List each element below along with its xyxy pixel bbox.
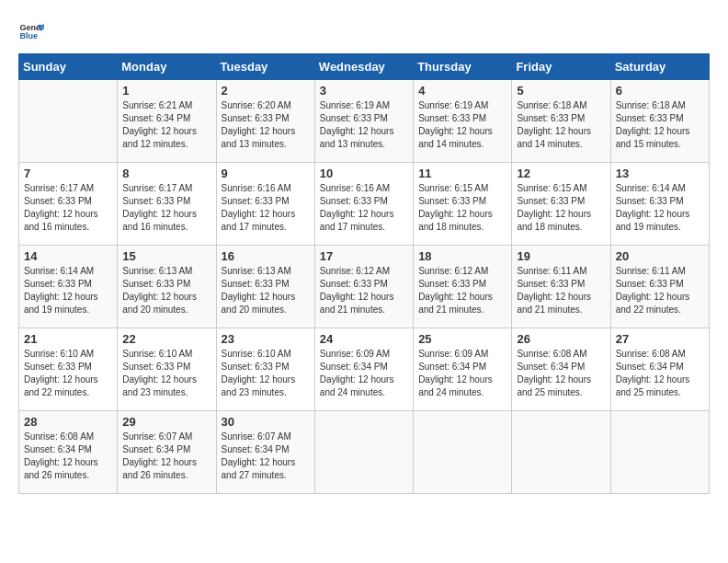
calendar-body: 1Sunrise: 6:21 AM Sunset: 6:34 PM Daylig… — [19, 80, 710, 494]
day-info: Sunrise: 6:10 AM Sunset: 6:33 PM Dayligh… — [122, 349, 197, 397]
day-info: Sunrise: 6:17 AM Sunset: 6:33 PM Dayligh… — [122, 183, 197, 232]
calendar-cell: 15Sunrise: 6:13 AM Sunset: 6:33 PM Dayli… — [118, 246, 216, 328]
day-number: 5 — [517, 84, 605, 98]
day-info: Sunrise: 6:18 AM Sunset: 6:33 PM Dayligh… — [616, 100, 690, 149]
day-info: Sunrise: 6:13 AM Sunset: 6:33 PM Dayligh… — [122, 266, 197, 315]
calendar-cell: 5Sunrise: 6:18 AM Sunset: 6:33 PM Daylig… — [512, 80, 610, 163]
day-number: 28 — [24, 415, 112, 429]
day-number: 6 — [616, 84, 704, 98]
day-number: 15 — [122, 249, 210, 263]
calendar-cell: 17Sunrise: 6:12 AM Sunset: 6:33 PM Dayli… — [314, 246, 413, 328]
logo: General Blue — [18, 18, 46, 44]
day-info: Sunrise: 6:14 AM Sunset: 6:33 PM Dayligh… — [616, 183, 690, 232]
day-number: 23 — [222, 332, 310, 346]
day-number: 13 — [616, 167, 704, 180]
day-number: 22 — [122, 332, 210, 346]
day-number: 29 — [122, 415, 210, 429]
calendar-cell: 14Sunrise: 6:14 AM Sunset: 6:33 PM Dayli… — [19, 246, 118, 328]
header-cell-friday: Friday — [512, 54, 610, 80]
header-cell-sunday: Sunday — [19, 54, 118, 80]
calendar-cell: 9Sunrise: 6:16 AM Sunset: 6:33 PM Daylig… — [216, 163, 314, 246]
calendar-cell: 24Sunrise: 6:09 AM Sunset: 6:34 PM Dayli… — [314, 328, 413, 411]
calendar-table: SundayMondayTuesdayWednesdayThursdayFrid… — [18, 53, 710, 494]
svg-text:Blue: Blue — [19, 31, 38, 40]
day-info: Sunrise: 6:11 AM Sunset: 6:33 PM Dayligh… — [616, 266, 690, 315]
day-number: 9 — [222, 167, 310, 180]
header-cell-saturday: Saturday — [610, 54, 709, 80]
day-number: 2 — [222, 84, 310, 98]
logo-icon: General Blue — [18, 18, 44, 44]
day-info: Sunrise: 6:14 AM Sunset: 6:33 PM Dayligh… — [24, 266, 98, 315]
calendar-cell: 3Sunrise: 6:19 AM Sunset: 6:33 PM Daylig… — [314, 80, 413, 163]
calendar-week-3: 14Sunrise: 6:14 AM Sunset: 6:33 PM Dayli… — [19, 246, 710, 328]
calendar-cell — [19, 80, 118, 163]
calendar-cell: 28Sunrise: 6:08 AM Sunset: 6:34 PM Dayli… — [19, 411, 118, 494]
day-number: 19 — [517, 249, 605, 263]
calendar-cell: 23Sunrise: 6:10 AM Sunset: 6:33 PM Dayli… — [216, 328, 314, 411]
page-header: General Blue — [18, 18, 710, 44]
day-info: Sunrise: 6:08 AM Sunset: 6:34 PM Dayligh… — [616, 349, 690, 397]
calendar-week-5: 28Sunrise: 6:08 AM Sunset: 6:34 PM Dayli… — [19, 411, 710, 494]
calendar-cell: 2Sunrise: 6:20 AM Sunset: 6:33 PM Daylig… — [216, 80, 314, 163]
day-number: 25 — [418, 332, 506, 346]
calendar-cell: 11Sunrise: 6:15 AM Sunset: 6:33 PM Dayli… — [414, 163, 512, 246]
calendar-cell: 10Sunrise: 6:16 AM Sunset: 6:33 PM Dayli… — [314, 163, 413, 246]
calendar-cell: 16Sunrise: 6:13 AM Sunset: 6:33 PM Dayli… — [216, 246, 314, 328]
calendar-cell: 20Sunrise: 6:11 AM Sunset: 6:33 PM Dayli… — [610, 246, 709, 328]
header-cell-tuesday: Tuesday — [216, 54, 314, 80]
calendar-cell: 7Sunrise: 6:17 AM Sunset: 6:33 PM Daylig… — [19, 163, 118, 246]
day-info: Sunrise: 6:20 AM Sunset: 6:33 PM Dayligh… — [222, 100, 296, 149]
day-number: 18 — [418, 249, 506, 263]
day-number: 20 — [616, 249, 704, 263]
calendar-week-2: 7Sunrise: 6:17 AM Sunset: 6:33 PM Daylig… — [19, 163, 710, 246]
day-number: 8 — [122, 167, 210, 180]
calendar-cell: 4Sunrise: 6:19 AM Sunset: 6:33 PM Daylig… — [414, 80, 512, 163]
calendar-cell — [610, 411, 709, 494]
day-info: Sunrise: 6:10 AM Sunset: 6:33 PM Dayligh… — [24, 349, 98, 397]
day-number: 11 — [418, 167, 506, 180]
calendar-cell: 30Sunrise: 6:07 AM Sunset: 6:34 PM Dayli… — [216, 411, 314, 494]
calendar-cell: 26Sunrise: 6:08 AM Sunset: 6:34 PM Dayli… — [512, 328, 610, 411]
calendar-cell: 25Sunrise: 6:09 AM Sunset: 6:34 PM Dayli… — [414, 328, 512, 411]
calendar-header: SundayMondayTuesdayWednesdayThursdayFrid… — [19, 54, 710, 80]
day-info: Sunrise: 6:10 AM Sunset: 6:33 PM Dayligh… — [222, 349, 296, 397]
header-row: SundayMondayTuesdayWednesdayThursdayFrid… — [19, 54, 710, 80]
day-info: Sunrise: 6:15 AM Sunset: 6:33 PM Dayligh… — [418, 183, 493, 232]
day-info: Sunrise: 6:15 AM Sunset: 6:33 PM Dayligh… — [517, 183, 591, 232]
day-info: Sunrise: 6:19 AM Sunset: 6:33 PM Dayligh… — [320, 100, 394, 149]
calendar-cell: 1Sunrise: 6:21 AM Sunset: 6:34 PM Daylig… — [118, 80, 216, 163]
calendar-cell — [414, 411, 512, 494]
calendar-cell: 8Sunrise: 6:17 AM Sunset: 6:33 PM Daylig… — [118, 163, 216, 246]
day-number: 10 — [320, 167, 408, 180]
header-cell-thursday: Thursday — [414, 54, 512, 80]
day-info: Sunrise: 6:11 AM Sunset: 6:33 PM Dayligh… — [517, 266, 591, 315]
day-info: Sunrise: 6:12 AM Sunset: 6:33 PM Dayligh… — [418, 266, 493, 315]
day-number: 24 — [320, 332, 408, 346]
day-info: Sunrise: 6:13 AM Sunset: 6:33 PM Dayligh… — [222, 266, 296, 315]
day-info: Sunrise: 6:17 AM Sunset: 6:33 PM Dayligh… — [24, 183, 98, 232]
day-info: Sunrise: 6:08 AM Sunset: 6:34 PM Dayligh… — [517, 349, 591, 397]
day-number: 12 — [517, 167, 605, 180]
day-number: 14 — [24, 249, 112, 263]
calendar-cell: 18Sunrise: 6:12 AM Sunset: 6:33 PM Dayli… — [414, 246, 512, 328]
calendar-cell — [314, 411, 413, 494]
calendar-cell: 22Sunrise: 6:10 AM Sunset: 6:33 PM Dayli… — [118, 328, 216, 411]
day-info: Sunrise: 6:21 AM Sunset: 6:34 PM Dayligh… — [122, 100, 197, 149]
calendar-cell: 12Sunrise: 6:15 AM Sunset: 6:33 PM Dayli… — [512, 163, 610, 246]
day-number: 21 — [24, 332, 112, 346]
day-info: Sunrise: 6:19 AM Sunset: 6:33 PM Dayligh… — [418, 100, 493, 149]
calendar-cell: 29Sunrise: 6:07 AM Sunset: 6:34 PM Dayli… — [118, 411, 216, 494]
calendar-cell: 13Sunrise: 6:14 AM Sunset: 6:33 PM Dayli… — [610, 163, 709, 246]
day-number: 7 — [24, 167, 112, 180]
day-number: 16 — [222, 249, 310, 263]
day-number: 30 — [222, 415, 310, 429]
day-info: Sunrise: 6:18 AM Sunset: 6:33 PM Dayligh… — [517, 100, 591, 149]
day-info: Sunrise: 6:16 AM Sunset: 6:33 PM Dayligh… — [222, 183, 296, 232]
day-info: Sunrise: 6:16 AM Sunset: 6:33 PM Dayligh… — [320, 183, 394, 232]
header-cell-monday: Monday — [118, 54, 216, 80]
calendar-cell: 21Sunrise: 6:10 AM Sunset: 6:33 PM Dayli… — [19, 328, 118, 411]
day-info: Sunrise: 6:09 AM Sunset: 6:34 PM Dayligh… — [320, 349, 394, 397]
day-number: 27 — [616, 332, 704, 346]
day-info: Sunrise: 6:08 AM Sunset: 6:34 PM Dayligh… — [24, 431, 98, 480]
day-info: Sunrise: 6:09 AM Sunset: 6:34 PM Dayligh… — [418, 349, 493, 397]
